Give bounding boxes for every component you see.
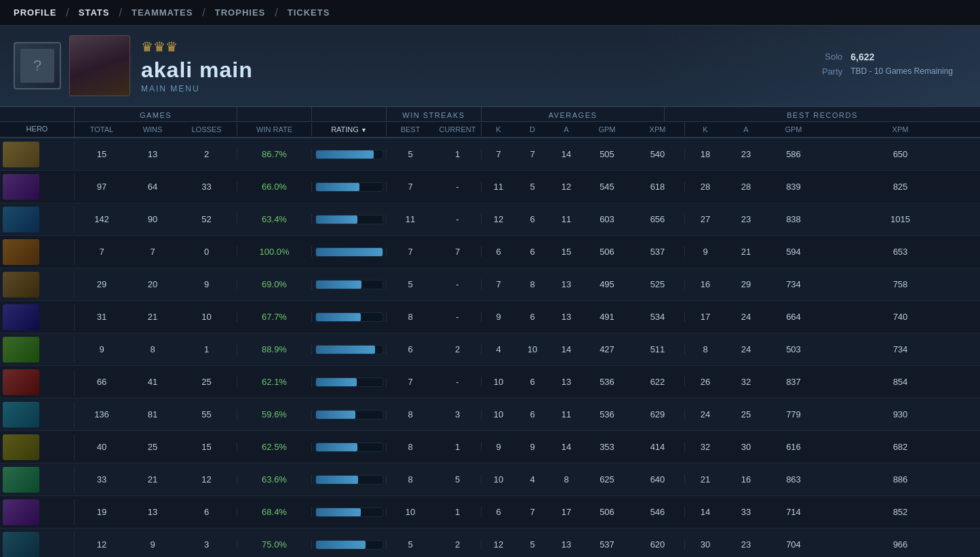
cell-a: 12 (549, 182, 583, 192)
col-bk: K (685, 123, 726, 136)
hero-cell (0, 467, 75, 493)
cell-a: 8 (549, 474, 583, 484)
solo-value: 6,622 (850, 51, 874, 62)
rating-info: Solo 6,622 Party TBD - 10 Games Remainin… (815, 51, 966, 81)
menu-label[interactable]: MAIN MENU (141, 84, 253, 94)
table-row[interactable]: 12 9 3 75.0% 5 2 12 5 13 537 620 30 23 7… (0, 529, 980, 557)
nav-stats[interactable]: STATS (79, 7, 110, 18)
cell-losses: 25 (176, 377, 237, 387)
cell-rating (312, 508, 387, 517)
cell-k: 6 (482, 507, 515, 517)
party-value: TBD - 10 Games Remaining (850, 66, 953, 76)
table-row[interactable]: 97 64 33 66.0% 7 - 11 5 12 545 618 28 28… (0, 171, 980, 203)
table-row[interactable]: 31 21 10 67.7% 8 - 9 6 13 491 534 17 24 … (0, 301, 980, 333)
table-row[interactable]: 33 21 12 63.6% 8 5 10 4 8 625 640 21 16 … (0, 463, 980, 496)
cell-d: 5 (515, 182, 549, 192)
cell-a: 13 (549, 377, 583, 387)
hero-thumbnail (3, 467, 39, 493)
hero-cell (0, 304, 75, 330)
cell-streak-current: 5 (434, 474, 482, 484)
cell-wins: 64 (129, 182, 176, 192)
cell-k: 10 (482, 409, 515, 419)
cell-losses: 1 (176, 344, 237, 354)
cell-losses: 9 (176, 279, 237, 289)
cell-gpm: 625 (583, 474, 631, 484)
cell-streak-best: 7 (387, 247, 434, 257)
hero-thumbnail (3, 304, 39, 330)
cell-a: 11 (549, 214, 583, 224)
player-avatar (69, 35, 130, 96)
cell-gpm: 506 (583, 247, 631, 257)
cell-a: 13 (549, 539, 583, 550)
nav-trophies[interactable]: TROPHIES (215, 7, 265, 18)
table-row[interactable]: 7 7 0 100.0% 7 7 6 6 15 506 537 9 21 594… (0, 236, 980, 268)
cell-k: 12 (482, 214, 515, 224)
cell-winrate: 62.1% (237, 377, 312, 387)
col-d: D (515, 123, 549, 136)
table-row[interactable]: 19 13 6 68.4% 10 1 6 7 17 506 546 14 33 … (0, 496, 980, 529)
hero-thumbnail (3, 369, 39, 395)
cell-k: 10 (482, 377, 515, 387)
cell-total: 33 (75, 474, 129, 484)
cell-ba: 16 (726, 474, 766, 484)
cell-bk: 16 (685, 279, 726, 289)
cell-total: 19 (75, 507, 129, 517)
stats-table-container: GAMES WIN STREAKS AVERAGES BEST RECORDS … (0, 107, 980, 557)
cell-k: 4 (482, 344, 515, 354)
table-row[interactable]: 9 8 1 88.9% 6 2 4 10 14 427 511 8 24 503… (0, 333, 980, 366)
cell-streak-current: 1 (434, 149, 482, 159)
cell-d: 4 (515, 474, 549, 484)
cell-winrate: 59.6% (237, 409, 312, 419)
hero-cell (0, 402, 75, 428)
cell-wins: 90 (129, 214, 176, 224)
cell-total: 97 (75, 182, 129, 192)
cell-winrate: 86.7% (237, 149, 312, 159)
cell-streak-current: - (434, 312, 482, 322)
table-row[interactable]: 15 13 2 86.7% 5 1 7 7 14 505 540 18 23 5… (0, 138, 980, 171)
table-row[interactable]: 40 25 15 62.5% 8 1 9 9 14 353 414 32 30 … (0, 431, 980, 463)
cell-d: 6 (515, 247, 549, 257)
cell-xpm: 511 (631, 344, 685, 354)
cell-wins: 13 (129, 149, 176, 159)
cell-winrate: 88.9% (237, 344, 312, 354)
cell-bgpm: 838 (766, 214, 821, 224)
cell-streak-best: 11 (387, 214, 434, 224)
table-row[interactable]: 66 41 25 62.1% 7 - 10 6 13 536 622 26 32… (0, 366, 980, 398)
nav-teammates[interactable]: TEAMMATES (132, 7, 193, 18)
cell-wins: 8 (129, 344, 176, 354)
cell-streak-current: - (434, 279, 482, 289)
col-group-rating (312, 107, 387, 121)
table-row[interactable]: 142 90 52 63.4% 11 - 12 6 11 603 656 27 … (0, 203, 980, 236)
cell-streak-best: 8 (387, 312, 434, 322)
cell-d: 10 (515, 344, 549, 354)
cell-bgpm: 503 (766, 344, 821, 354)
nav-profile[interactable]: PROFILE (14, 7, 56, 18)
table-row[interactable]: 29 20 9 69.0% 5 - 7 8 13 495 525 16 29 7… (0, 268, 980, 301)
col-rating[interactable]: RATING ▼ (312, 123, 387, 136)
cell-bk: 24 (685, 409, 726, 419)
rank-icon: ? (20, 49, 54, 83)
cell-rating (312, 150, 387, 159)
cell-xpm: 525 (631, 279, 685, 289)
cell-bgpm: 594 (766, 247, 821, 257)
col-group-averages: AVERAGES (482, 107, 665, 121)
cell-ba: 23 (726, 214, 766, 224)
cell-rating (312, 377, 387, 387)
player-name: akali main (141, 58, 253, 83)
table-row[interactable]: 136 81 55 59.6% 8 3 10 6 11 536 629 24 2… (0, 398, 980, 431)
cell-streak-current: 2 (434, 539, 482, 550)
cell-bk: 26 (685, 377, 726, 387)
cell-bgpm: 839 (766, 182, 821, 192)
cell-rating (312, 345, 387, 354)
col-winrate: WIN RATE (237, 123, 312, 136)
top-navigation: PROFILE / STATS / TEAMMATES / TROPHIES /… (0, 0, 980, 26)
cell-d: 7 (515, 507, 549, 517)
cell-gpm: 537 (583, 539, 631, 550)
cell-bxpm: 734 (821, 344, 980, 354)
cell-k: 11 (482, 182, 515, 192)
cell-bgpm: 704 (766, 539, 821, 550)
cell-d: 9 (515, 442, 549, 452)
nav-tickets[interactable]: TICKETS (288, 7, 330, 18)
cell-d: 7 (515, 149, 549, 159)
cell-streak-current: 1 (434, 442, 482, 452)
